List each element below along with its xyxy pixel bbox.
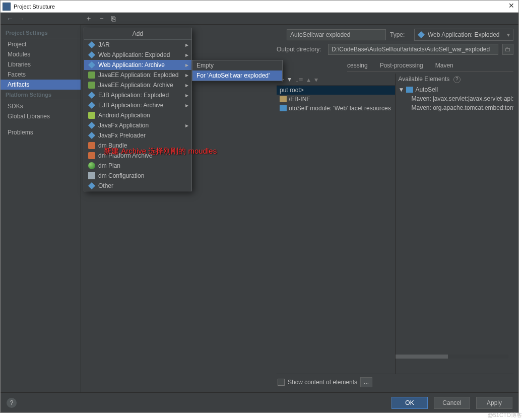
menu-item-label: JavaFx Preloader (98, 132, 146, 139)
tab-postprocessing[interactable]: Post-processing (374, 60, 429, 71)
outdir-label: Output directory: (277, 46, 306, 53)
add-menu-item[interactable]: JavaEE Application: Exploded▸ (84, 70, 191, 80)
sidebar-item-artifacts[interactable]: Artifacts (1, 80, 81, 90)
web-icon (418, 31, 425, 38)
remove-button[interactable]: － (98, 14, 105, 23)
web-facet-icon (280, 105, 287, 111)
add-menu-item[interactable]: dm Platform Archive (84, 151, 191, 161)
add-menu-item[interactable]: EJB Application: Archive▸ (84, 100, 191, 110)
add-menu-item[interactable]: Web Application: Exploded▸ (84, 50, 191, 60)
dm-icon (88, 142, 95, 149)
type-label: Type: (390, 31, 410, 38)
sidebar-item-facets[interactable]: Facets (1, 69, 81, 80)
submenu-arrow-icon: ▸ (185, 122, 188, 129)
h-scrollbar[interactable] (396, 355, 509, 359)
add-submenu: EmptyFor 'AutoSell:war exploded' (192, 60, 283, 81)
help-icon[interactable]: ? (453, 76, 461, 83)
sort-icon[interactable]: ↓≡ (295, 76, 303, 84)
add-button[interactable]: ＋ (85, 14, 92, 23)
copy-button[interactable]: ⎘ (111, 15, 115, 23)
show-content-row: Show content of elements ... (277, 374, 513, 390)
add-menu-item[interactable]: Android Application (84, 110, 191, 120)
submenu-item[interactable]: For 'AutoSell:war exploded' (192, 71, 282, 81)
up-icon[interactable]: ▴ (307, 76, 310, 84)
add-menu-item[interactable]: dm Plan (84, 161, 191, 171)
add-menu-item[interactable]: JavaFx Preloader (84, 130, 191, 141)
tree-root[interactable]: put root> (277, 86, 395, 95)
sidebar-item-project[interactable]: Project (1, 39, 81, 49)
sidebar-item-libraries[interactable]: Libraries (1, 59, 81, 69)
add-menu-item[interactable]: EJB Application: Exploded▸ (84, 90, 191, 100)
menu-item-label: Web Application: Archive (98, 61, 165, 68)
tab-preprocessing[interactable]: cessing (347, 60, 374, 71)
avail-item[interactable]: Maven: org.apache.tomcat.embed:tomcat-em… (396, 103, 514, 112)
sidebar: Project Settings Project Modules Librari… (1, 25, 81, 392)
diamond-icon (88, 102, 95, 109)
sidebar-item-problems[interactable]: Problems (1, 127, 81, 137)
dm-icon (88, 152, 95, 159)
menu-item-label: dm Platform Archive (98, 152, 152, 159)
close-icon[interactable]: ✕ (508, 2, 514, 10)
help-button[interactable]: ? (7, 398, 17, 408)
cancel-button[interactable]: Cancel (434, 397, 470, 409)
tab-maven[interactable]: Maven (429, 60, 460, 71)
browse-button[interactable]: 🗀 (502, 44, 513, 55)
type-dropdown[interactable]: Web Application: Exploded ▾ (414, 29, 513, 41)
nav-row: ← → ＋ － ⎘ (1, 13, 518, 25)
box-icon (88, 82, 95, 89)
diamond-icon (88, 51, 95, 58)
submenu-item[interactable]: Empty (192, 60, 282, 71)
tree-facet[interactable]: utoSell' module: 'Web' facet resources (277, 104, 395, 113)
add-menu-item[interactable]: dm Bundle (84, 141, 191, 151)
diamond-icon (88, 182, 95, 189)
outdir-input[interactable] (328, 44, 498, 55)
submenu-arrow-icon: ▸ (185, 51, 188, 58)
add-popup-header: Add (84, 28, 191, 40)
sidebar-item-modules[interactable]: Modules (1, 49, 81, 59)
submenu-arrow-icon: ▸ (185, 92, 188, 99)
apply-button[interactable]: Apply (476, 397, 512, 409)
diamond-icon (88, 92, 95, 99)
tree-webinf[interactable]: /EB-INF (277, 95, 395, 104)
menu-item-label: Other (98, 182, 113, 189)
forward-icon: → (18, 15, 25, 23)
submenu-arrow-icon: ▸ (185, 102, 188, 109)
project-structure-window: Project Structure ✕ ← → ＋ － ⎘ Project Se… (0, 0, 519, 413)
menu-item-label: JavaEE Application: Exploded (98, 72, 178, 79)
diamond-icon (88, 132, 95, 139)
box-icon (88, 72, 95, 79)
menu-item-label: Web Application: Exploded (98, 51, 170, 58)
menu-item-label: JavaFx Application (98, 122, 149, 129)
chevron-down-icon: ▾ (507, 31, 510, 38)
tree-toolbar: ＋ ▾ ↓≡ ▴ ▾ (277, 74, 395, 86)
show-content-checkbox[interactable] (278, 379, 285, 386)
name-input[interactable] (287, 29, 386, 40)
window-title: Project Structure (14, 4, 55, 10)
artifact-detail: Name: Type: Web Application: Exploded ▾ … (273, 25, 518, 392)
add-menu-item[interactable]: JavaFx Application▸ (84, 120, 191, 130)
avail-root[interactable]: ▼ AutoSell (396, 85, 514, 94)
sidebar-item-sdks[interactable]: SDKs (1, 101, 81, 111)
ball-icon (88, 162, 95, 169)
add-menu-item[interactable]: dm Configuration (84, 171, 191, 181)
android-icon (88, 112, 95, 119)
avail-item[interactable]: Maven: javax.servlet:javax.servlet-api:3… (396, 94, 514, 103)
menu-item-label: JavaEE Application: Archive (98, 82, 173, 89)
module-icon (406, 87, 413, 93)
ok-button[interactable]: OK (391, 397, 428, 409)
sidebar-item-global-libs[interactable]: Global Libraries (1, 111, 81, 121)
titlebar: Project Structure ✕ (1, 1, 518, 13)
add-menu-item[interactable]: Other (84, 181, 191, 191)
add-menu-item[interactable]: JavaEE Application: Archive▸ (84, 80, 191, 90)
menu-item-label: EJB Application: Archive (98, 102, 163, 109)
down-icon[interactable]: ▾ (314, 76, 318, 84)
diamond-icon (88, 61, 95, 68)
add-menu-item[interactable]: Web Application: Archive▸ (84, 60, 191, 70)
folder-icon (280, 96, 287, 102)
options-button[interactable]: ... (360, 377, 372, 387)
scrollbar-thumb[interactable] (396, 355, 448, 359)
back-icon[interactable]: ← (7, 15, 14, 23)
add-menu-item[interactable]: JAR▸ (84, 40, 191, 50)
menu-item-label: JAR (98, 41, 110, 48)
app-icon (3, 3, 11, 11)
